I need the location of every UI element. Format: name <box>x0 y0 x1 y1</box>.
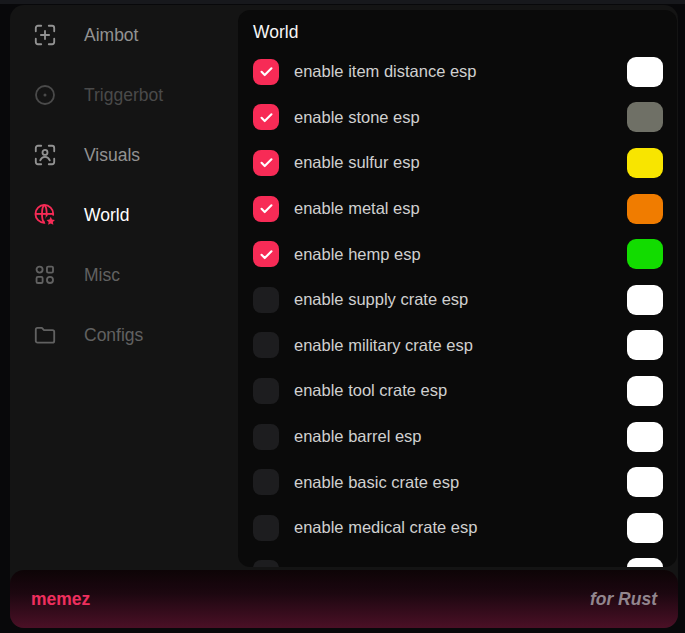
sidebar-item-configs[interactable]: Configs <box>10 305 238 365</box>
esp-option-row <box>238 551 677 567</box>
esp-option-row: enable metal esp <box>238 186 677 232</box>
esp-option-label: enable stone esp <box>294 108 420 127</box>
configs-folder-icon <box>32 322 58 348</box>
esp-color-swatch[interactable] <box>627 239 663 269</box>
esp-checkbox[interactable] <box>253 560 279 567</box>
esp-color-swatch[interactable] <box>627 467 663 497</box>
esp-checkbox[interactable] <box>253 515 279 541</box>
esp-color-swatch[interactable] <box>627 194 663 224</box>
sidebar-item-visuals[interactable]: Visuals <box>10 125 238 185</box>
esp-option-row: enable military crate esp <box>238 323 677 369</box>
checkmark-icon <box>258 246 275 263</box>
esp-checkbox[interactable] <box>253 469 279 495</box>
esp-checkbox[interactable] <box>253 59 279 85</box>
esp-option-row: enable tool crate esp <box>238 368 677 414</box>
esp-checkbox[interactable] <box>253 196 279 222</box>
esp-option-label: enable supply crate esp <box>294 290 468 309</box>
checkmark-icon <box>258 63 275 80</box>
esp-color-swatch[interactable] <box>627 285 663 315</box>
esp-checkbox[interactable] <box>253 150 279 176</box>
checkmark-icon <box>258 154 275 171</box>
panel-title: World <box>253 22 677 43</box>
menu-window: Aimbot Triggerbot Visuals World Misc Con… <box>10 5 678 628</box>
esp-color-swatch[interactable] <box>627 102 663 132</box>
crosshair-aim-icon <box>32 22 58 48</box>
esp-option-label: enable hemp esp <box>294 245 421 264</box>
esp-panel: World enable item distance esp enable st… <box>238 10 677 567</box>
esp-option-label: enable tool crate esp <box>294 381 447 400</box>
esp-checkbox[interactable] <box>253 332 279 358</box>
esp-option-label: enable sulfur esp <box>294 153 420 172</box>
background-strip <box>0 0 685 4</box>
esp-color-swatch[interactable] <box>627 376 663 406</box>
checkmark-icon <box>258 200 275 217</box>
sidebar-item-label: Aimbot <box>84 25 138 46</box>
esp-option-label: enable barrel esp <box>294 427 422 446</box>
esp-option-row: enable supply crate esp <box>238 277 677 323</box>
sidebar-item-triggerbot[interactable]: Triggerbot <box>10 65 238 125</box>
esp-rows: enable item distance esp enable stone es… <box>238 49 677 567</box>
sidebar-item-label: Configs <box>84 325 143 346</box>
esp-option-label: enable medical crate esp <box>294 518 477 537</box>
sidebar-item-label: Visuals <box>84 145 140 166</box>
esp-option-label: enable military crate esp <box>294 336 473 355</box>
esp-color-swatch[interactable] <box>627 148 663 178</box>
esp-checkbox[interactable] <box>253 424 279 450</box>
esp-color-swatch[interactable] <box>627 330 663 360</box>
esp-checkbox[interactable] <box>253 378 279 404</box>
globe-icon <box>32 202 58 228</box>
esp-option-row: enable stone esp <box>238 95 677 141</box>
product-tagline: for Rust <box>590 589 657 610</box>
esp-option-row: enable barrel esp <box>238 414 677 460</box>
trigger-circle-icon <box>32 82 58 108</box>
esp-option-row: enable basic crate esp <box>238 459 677 505</box>
esp-checkbox[interactable] <box>253 104 279 130</box>
esp-checkbox[interactable] <box>253 241 279 267</box>
sidebar-item-label: Misc <box>84 265 120 286</box>
sidebar-item-misc[interactable]: Misc <box>10 245 238 305</box>
esp-color-swatch[interactable] <box>627 57 663 87</box>
esp-option-label: enable item distance esp <box>294 62 477 81</box>
esp-option-label: enable basic crate esp <box>294 473 459 492</box>
footer: memez for Rust <box>10 570 678 628</box>
sidebar-item-world[interactable]: World <box>10 185 238 245</box>
misc-grid-icon <box>32 262 58 288</box>
sidebar-item-aimbot[interactable]: Aimbot <box>10 5 238 65</box>
esp-option-row: enable item distance esp <box>238 49 677 95</box>
sidebar: Aimbot Triggerbot Visuals World Misc Con… <box>10 5 238 365</box>
sidebar-item-label: Triggerbot <box>84 85 163 106</box>
brand-name: memez <box>31 589 90 610</box>
checkmark-icon <box>258 109 275 126</box>
esp-option-row: enable hemp esp <box>238 231 677 277</box>
esp-color-swatch[interactable] <box>627 558 663 567</box>
player-scan-icon <box>32 142 58 168</box>
esp-color-swatch[interactable] <box>627 513 663 543</box>
esp-option-row: enable sulfur esp <box>238 140 677 186</box>
esp-color-swatch[interactable] <box>627 422 663 452</box>
esp-checkbox[interactable] <box>253 287 279 313</box>
sidebar-item-label: World <box>84 205 129 226</box>
esp-option-row: enable medical crate esp <box>238 505 677 551</box>
esp-option-label: enable metal esp <box>294 199 420 218</box>
